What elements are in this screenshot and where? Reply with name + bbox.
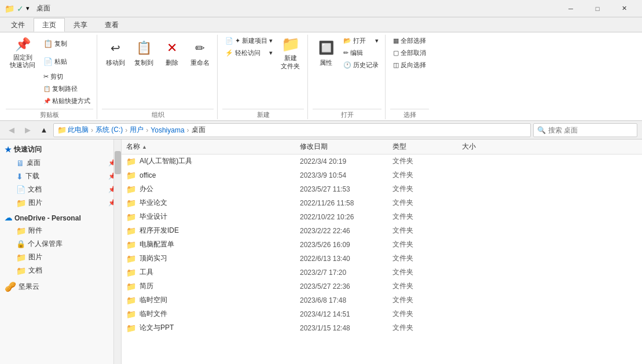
- delete-label: 删除: [166, 58, 178, 67]
- onedrive-header[interactable]: ☁ OneDrive - Personal: [0, 212, 121, 224]
- sidebar-item-pictures[interactable]: 📁 图片 📌: [0, 196, 121, 209]
- file-date-cell: 2022/6/13 13:40: [300, 255, 392, 263]
- sidebar-item-vault[interactable]: 🔒 个人保管库: [0, 237, 121, 251]
- size-col-label: 大小: [462, 142, 476, 152]
- invert-select-icon: ◫: [393, 61, 399, 69]
- search-box[interactable]: 🔍: [533, 123, 637, 137]
- folder-icon: 📁: [126, 282, 136, 291]
- sidebar-item-attachments[interactable]: 📁 附件: [0, 224, 121, 237]
- sidebar-item-documents[interactable]: 📄 文档 📌: [0, 183, 121, 196]
- file-row[interactable]: 📁 毕业论文 2022/11/26 11:58 文件夹: [122, 196, 642, 210]
- breadcrumb-users[interactable]: 用户: [130, 125, 144, 135]
- new-folder-icon: 📁: [281, 35, 300, 53]
- file-row[interactable]: 📁 程序开发IDE 2023/2/22 22:46 文件夹: [122, 224, 642, 238]
- dropdown-icon[interactable]: ▾: [26, 5, 30, 12]
- open-btn[interactable]: 📂 打开 ▾: [340, 35, 381, 46]
- name-col-label: 名称: [126, 142, 140, 152]
- file-name-cell: 📁 论文与PPT: [126, 323, 300, 333]
- move-to-button[interactable]: ↩ 移动到: [102, 35, 129, 71]
- select-none-button[interactable]: ▢ 全部取消: [390, 47, 429, 58]
- onedrive-icon: ☁: [5, 214, 12, 222]
- new-folder-button[interactable]: 📁 新建文件夹: [277, 35, 304, 71]
- file-row[interactable]: 📁 电脑配置单 2023/5/26 16:09 文件夹: [122, 238, 642, 252]
- tab-file[interactable]: 文件: [2, 18, 34, 32]
- tab-share[interactable]: 共享: [65, 18, 96, 32]
- close-button[interactable]: ✕: [611, 0, 637, 17]
- sidebar-item-desktop[interactable]: 🖥 桌面 📌: [0, 156, 121, 170]
- column-header-size[interactable]: 大小: [462, 142, 520, 152]
- copy-path-button[interactable]: 📋 复制路径: [41, 83, 93, 94]
- file-row[interactable]: 📁 AI(人工智能)工具 2022/3/4 20:19 文件夹: [122, 155, 642, 168]
- column-header-type[interactable]: 类型: [392, 142, 462, 152]
- tab-view[interactable]: 查看: [96, 18, 127, 32]
- search-input[interactable]: [548, 126, 633, 134]
- paste-shortcut-button[interactable]: 📌 粘贴快捷方式: [41, 95, 93, 106]
- quick-access-header[interactable]: ★ 快速访问: [0, 143, 121, 156]
- jianguoyun-icon: 🥜: [5, 281, 16, 292]
- sidebar: ★ 快速访问 🖥 桌面 📌 ⬇ 下载 📌 📄 文档 📌: [0, 139, 122, 364]
- file-row[interactable]: 📁 论文与PPT 2023/1/15 12:48 文件夹: [122, 321, 642, 335]
- sidebar-scrollbar[interactable]: [113, 139, 121, 364]
- history-button[interactable]: 🕐 历史记录: [340, 59, 381, 71]
- column-header-date[interactable]: 修改日期: [300, 142, 392, 152]
- edit-button[interactable]: ✏ 编辑: [340, 47, 381, 58]
- easy-access-button[interactable]: ⚡ 轻松访问 ▾: [222, 47, 276, 58]
- new-col: 📄 ✦ 新建项目 ▾ ⚡ 轻松访问 ▾: [222, 35, 276, 58]
- breadcrumb-yoshiyama[interactable]: Yoshiyama: [151, 126, 184, 134]
- column-header-name[interactable]: 名称 ▲: [126, 142, 300, 152]
- copy-button[interactable]: 📋 复制: [41, 35, 93, 52]
- organize-content: ↩ 移动到 📋 复制到 ✕ 删除 ✏ 重命名: [102, 35, 214, 108]
- sidebar-scroll-thumb[interactable]: [115, 151, 121, 174]
- cut-button[interactable]: ✂ 剪切: [41, 71, 93, 82]
- tab-home[interactable]: 主页: [34, 18, 65, 32]
- ribbon-group-open: 🔲 属性 📂 打开 ▾ ✏ 编辑 🕐 历史记录 打开: [309, 35, 386, 119]
- sidebar-item-downloads[interactable]: ⬇ 下载 📌: [0, 170, 121, 183]
- pin-button[interactable]: 📌 固定到快速访问: [6, 35, 39, 71]
- cut-label: 剪切: [50, 72, 63, 81]
- file-date-cell: 2022/3/4 20:19: [300, 157, 392, 166]
- breadcrumb-c[interactable]: 系统 (C:): [96, 125, 123, 135]
- sidebar-attachments-label: 附件: [28, 226, 42, 236]
- sidebar-item-jianguoyun[interactable]: 🥜 坚果云: [0, 280, 121, 294]
- minimize-button[interactable]: ─: [557, 0, 584, 17]
- file-name-text: 毕业论文: [140, 198, 167, 208]
- desktop-folder-icon: 🖥: [16, 159, 24, 168]
- breadcrumb[interactable]: 📁 此电脑 › 系统 (C:) › 用户 › Yoshiyama › 桌面: [53, 123, 531, 137]
- file-list-header: 名称 ▲ 修改日期 类型 大小: [122, 139, 642, 155]
- select-all-icon: ▦: [393, 37, 399, 45]
- invert-select-button[interactable]: ◫ 反向选择: [390, 59, 429, 71]
- new-item-button[interactable]: 📄 ✦ 新建项目 ▾: [222, 35, 276, 46]
- file-date-cell: 2022/10/22 10:26: [300, 213, 392, 221]
- file-row[interactable]: 📁 临时文件 2023/4/12 14:51 文件夹: [122, 307, 642, 321]
- sep2: ›: [125, 126, 127, 134]
- address-bar: ◀ ▶ ▲ 📁 此电脑 › 系统 (C:) › 用户 › Yoshiyama ›…: [0, 121, 642, 139]
- breadcrumb-pc[interactable]: 此电脑: [68, 125, 89, 135]
- forward-button[interactable]: ▶: [21, 123, 35, 137]
- file-row[interactable]: 📁 临时空间 2023/6/8 17:48 文件夹: [122, 293, 642, 307]
- copy-to-button[interactable]: 📋 复制到: [130, 35, 157, 71]
- file-row[interactable]: 📁 office 2023/3/9 10:54 文件夹: [122, 168, 642, 182]
- delete-button[interactable]: ✕ 删除: [159, 35, 185, 71]
- breadcrumb-folder-icon: 📁: [57, 126, 67, 134]
- maximize-button[interactable]: □: [584, 0, 611, 17]
- delete-icon: ✕: [163, 39, 181, 57]
- select-label: 选择: [390, 109, 429, 119]
- file-date-cell: 2023/1/15 12:48: [300, 324, 392, 332]
- file-row[interactable]: 📁 工具 2023/2/7 17:20 文件夹: [122, 266, 642, 280]
- up-button[interactable]: ▲: [37, 123, 51, 137]
- back-button[interactable]: ◀: [5, 123, 19, 137]
- sidebar-item-pictures2[interactable]: 📁 图片: [0, 251, 121, 264]
- title-bar-icons: 📁 ✓ ▾: [5, 4, 30, 13]
- file-row[interactable]: 📁 顶岗实习 2022/6/13 13:40 文件夹: [122, 252, 642, 266]
- select-all-button[interactable]: ▦ 全部选择: [390, 35, 429, 46]
- file-date-cell: 2023/5/27 22:36: [300, 282, 392, 291]
- paste-button[interactable]: 📄 粘贴: [41, 53, 93, 70]
- file-row[interactable]: 📁 简历 2023/5/27 22:36 文件夹: [122, 280, 642, 293]
- copy-path-label: 复制路径: [52, 84, 78, 93]
- properties-button[interactable]: 🔲 属性: [313, 35, 339, 71]
- file-row[interactable]: 📁 毕业设计 2022/10/22 10:26 文件夹: [122, 210, 642, 224]
- file-row[interactable]: 📁 办公 2023/5/27 11:53 文件夹: [122, 182, 642, 196]
- edit-icon: ✏: [343, 49, 348, 57]
- rename-button[interactable]: ✏ 重命名: [186, 35, 214, 71]
- sidebar-item-documents2[interactable]: 📁 文档: [0, 264, 121, 277]
